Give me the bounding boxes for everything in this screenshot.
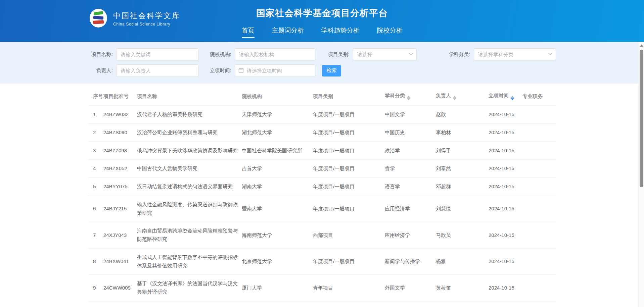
col-header-label: 负责人 [436, 93, 451, 98]
sort-icon[interactable] [407, 96, 410, 100]
table-cell: 刘泰然 [436, 160, 489, 178]
results-table-container: 序号 项目批准号 项目名称 院校机构 项目类别 学科分类 负责人 立项时间 专业… [88, 84, 556, 307]
table-row: 424BZX052中国古代文人赏物美学研究吉首大学年度项目/一般项目哲学刘泰然2… [88, 160, 556, 178]
table-cell: 外国文学 [385, 275, 436, 301]
results-table: 序号 项目批准号 项目名称 院校机构 项目类别 学科分类 负责人 立项时间 专业… [88, 88, 556, 307]
table-cell: 汉代君子人格的审美特质研究 [137, 106, 242, 124]
table-cell: 新闻学与传播学 [385, 248, 436, 275]
table-cell [522, 123, 556, 142]
filter-panel: 项目名称: 院校机构: 项目类别: 学科分类: 负责人: 立项时间: [0, 42, 644, 84]
col-header-institution: 院校机构 [242, 88, 313, 106]
table-cell: 24BZW032 [103, 106, 137, 124]
table-cell: 5 [88, 178, 103, 196]
table-cell: 24CWW009 [103, 275, 137, 301]
table-cell: 俄乌冲突背景下美欧涉华政策协调及影响研究 [137, 142, 242, 160]
table-cell: 杨雅 [436, 248, 489, 275]
table-cell: 2024-10-15 [489, 301, 522, 307]
table-cell: 基于《汉文法译书库》的法国当代汉学与汉文典籍外译研究 [137, 275, 242, 301]
table-cell [522, 275, 556, 301]
col-header-discipline[interactable]: 学科分类 [385, 88, 436, 106]
leader-label: 负责人: [88, 67, 116, 74]
table-cell: 马欣员 [436, 222, 489, 249]
table-cell: 应用经济学 [385, 222, 436, 249]
table-cell: 青年项目 [313, 275, 385, 301]
discipline-label: 学科分类: [446, 51, 474, 58]
sort-asc-icon[interactable] [511, 96, 514, 98]
library-logo-icon [89, 8, 108, 30]
sort-icon[interactable] [453, 96, 456, 100]
sort-desc-icon[interactable] [453, 98, 456, 100]
app-header: 中国社会科学文库 China Social Science Library 国家… [0, 0, 644, 42]
table-row: 824BXW041生成式人工智能背景下数字不平等的评测指标体系及其价值效用研究北… [88, 248, 556, 275]
table-cell: 年度项目/一般项目 [313, 160, 385, 178]
table-cell: 年度项目/一般项目 [313, 301, 385, 307]
table-cell: 24BYY075 [103, 178, 137, 196]
table-cell: 地方政府财政空间的统计测度与扩大路径研究 [137, 301, 242, 307]
sort-desc-icon[interactable] [511, 98, 514, 100]
search-button[interactable]: 检索 [322, 65, 341, 76]
table-cell: 上海交通大学 [242, 301, 313, 307]
table-body: 124BZW032汉代君子人格的审美特质研究天津师范大学年度项目/一般项目中国文… [88, 106, 556, 307]
table-cell: 10 [88, 301, 103, 307]
nav-item-home[interactable]: 首页 [242, 26, 255, 38]
col-header-leader[interactable]: 负责人 [436, 88, 489, 106]
table-cell: 2024-10-15 [489, 123, 522, 142]
table-row: 124BZW032汉代君子人格的审美特质研究天津师范大学年度项目/一般项目中国文… [88, 106, 556, 124]
project-name-input[interactable] [116, 48, 198, 61]
table-cell: 年度项目/一般项目 [313, 142, 385, 160]
table-cell: 24BZZ098 [103, 142, 137, 160]
table-cell [522, 160, 556, 178]
date-picker-input[interactable] [235, 64, 315, 77]
scrollbar-up-arrow-icon[interactable] [640, 44, 643, 47]
col-header-label: 立项时间 [489, 93, 509, 98]
table-cell: 汉冶萍公司企业账簿资料整理与研究 [137, 123, 242, 142]
vertical-scrollbar[interactable] [638, 42, 644, 307]
table-cell: 24XJY043 [103, 222, 137, 249]
table-cell: 中国文学 [385, 106, 436, 124]
table-cell: 中国历史 [385, 123, 436, 142]
nav-item-discipline-trend-analysis[interactable]: 学科趋势分析 [321, 26, 360, 38]
table-cell: 统计学 [385, 301, 436, 307]
project-type-select[interactable] [353, 48, 417, 61]
table-cell: 2024-10-15 [489, 222, 522, 249]
col-header-professional-title: 专业职务 [522, 88, 556, 106]
table-cell: 北京师范大学 [242, 248, 313, 275]
logo-title: 中国社会科学文库 [113, 11, 180, 21]
table-cell: 年度项目/一般项目 [313, 123, 385, 142]
sort-asc-icon[interactable] [453, 96, 456, 98]
sort-asc-icon[interactable] [407, 96, 410, 98]
table-cell [522, 301, 556, 307]
table-cell: 黄莜笛 [436, 275, 489, 301]
col-header-project-type: 项目类别 [313, 88, 385, 106]
table-cell: 语言学 [385, 178, 436, 196]
table-cell: 2024-10-15 [489, 106, 522, 124]
table-cell: 刘得手 [436, 142, 489, 160]
nav-item-keyword-analysis[interactable]: 主题词分析 [272, 26, 304, 38]
date-label: 立项时间: [206, 67, 235, 74]
table-cell: 湖南大学 [242, 178, 313, 196]
table-cell: 海南自由贸易港跨境资金流动风险精准预警与防范路径研究 [137, 222, 242, 249]
col-header-index: 序号 [88, 88, 103, 106]
table-cell: 天津师范大学 [242, 106, 313, 124]
table-cell [522, 178, 556, 196]
sort-desc-icon[interactable] [407, 98, 410, 100]
sort-icon-active-desc[interactable] [511, 96, 514, 100]
leader-input[interactable] [116, 64, 198, 77]
table-row: 624BJY215输入性金融风险测度、传染渠道识别与防御政策研究暨南大学年度项目… [88, 196, 556, 222]
table-cell: 赵欣 [436, 106, 489, 124]
table-cell: 生成式人工智能背景下数字不平等的评测指标体系及其价值效用研究 [137, 248, 242, 275]
col-header-label: 学科分类 [385, 93, 405, 98]
table-cell: 董兵兵 [436, 301, 489, 307]
table-cell: 24BJY215 [103, 196, 137, 222]
table-row: 724XJY043海南自由贸易港跨境资金流动风险精准预警与防范路径研究海南师范大… [88, 222, 556, 249]
table-cell: 2024-10-15 [489, 160, 522, 178]
nav-item-institution-analysis[interactable]: 院校分析 [377, 26, 403, 38]
col-header-approval-date[interactable]: 立项时间 [489, 88, 522, 106]
discipline-select[interactable] [474, 48, 556, 61]
table-row: 224BZS090汉冶萍公司企业账簿资料整理与研究湖北师范大学年度项目/一般项目… [88, 123, 556, 142]
scrollbar-thumb[interactable] [640, 50, 643, 187]
table-cell: 4 [88, 160, 103, 178]
institution-input[interactable] [235, 48, 315, 61]
table-cell: 1 [88, 106, 103, 124]
project-type-label: 项目类别: [325, 51, 353, 58]
